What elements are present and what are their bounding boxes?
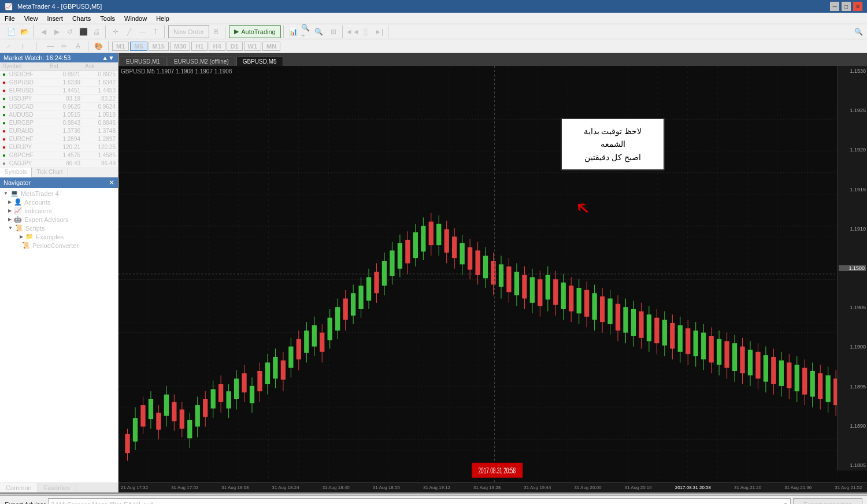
new-chart-icon[interactable]: 📄	[5, 25, 17, 38]
close-button[interactable]: ✕	[853, 2, 862, 11]
market-watch-row[interactable]: ● EURJPY 120.21 120.25	[0, 143, 118, 151]
hline-tool-icon[interactable]: │	[30, 40, 43, 53]
stop-icon[interactable]: ⬛	[77, 25, 90, 38]
refresh-icon[interactable]: ↺	[64, 25, 76, 38]
menu-file[interactable]: File	[0, 13, 20, 24]
draw-icon[interactable]: ✏	[58, 40, 71, 53]
text-tool-icon[interactable]: A	[72, 40, 84, 53]
svg-rect-149	[662, 320, 667, 345]
svg-rect-47	[265, 362, 270, 384]
bid-cell: 86.43	[47, 160, 83, 168]
ask-cell: 86.49	[83, 160, 118, 168]
tf-h1[interactable]: H1	[191, 42, 208, 51]
market-watch-row[interactable]: ● EURGBP 0.8843 0.8846	[0, 119, 118, 127]
svg-rect-27	[187, 420, 192, 438]
menu-help[interactable]: Help	[151, 13, 174, 24]
back-icon[interactable]: ◀	[37, 25, 50, 38]
market-watch-row[interactable]: ● CADJPY 86.43 86.49	[0, 160, 118, 168]
tf-m30[interactable]: M30	[170, 42, 190, 51]
svg-rect-117	[538, 279, 542, 306]
tab-symbols[interactable]: Symbols	[0, 168, 32, 177]
menu-tools[interactable]: Tools	[95, 13, 120, 24]
market-watch-row[interactable]: ● EURCHF 1.2894 1.2897	[0, 135, 118, 143]
svg-rect-99	[468, 247, 472, 270]
print-icon[interactable]: 🖨	[90, 25, 103, 38]
new-order-button[interactable]: New Order	[168, 25, 209, 38]
menu-view[interactable]: View	[20, 13, 43, 24]
line-tool-icon[interactable]: ⟋	[2, 40, 15, 53]
cursor-icon[interactable]: ↕	[16, 40, 29, 53]
file-tools: 📄 📂	[2, 25, 34, 38]
chart-tab-eurusd-m1[interactable]: EURUSD,M1	[120, 57, 166, 66]
menu-charts[interactable]: Charts	[68, 13, 95, 24]
nav-item-metatrader4[interactable]: ▼ 💻 MetaTrader 4	[1, 189, 117, 198]
market-watch-row[interactable]: ● GBPCHF 1.4575 1.4585	[0, 151, 118, 160]
vline-tool-icon[interactable]: —	[44, 40, 57, 53]
tf-m15[interactable]: M15	[149, 42, 169, 51]
nav-arrow-scripts: ▼	[8, 225, 13, 231]
tf-m1[interactable]: M1	[112, 42, 129, 51]
svg-rect-137	[616, 304, 620, 331]
tf-mn[interactable]: MN	[262, 42, 280, 51]
tf-h4[interactable]: H4	[209, 42, 225, 51]
tab-favorites[interactable]: Favorites	[38, 483, 76, 492]
search-icon[interactable]: 🔍	[852, 25, 865, 38]
nav-item-accounts[interactable]: ▶ 👤 Accounts	[6, 198, 117, 206]
svg-rect-123	[561, 283, 566, 309]
tf-m5[interactable]: M5	[130, 42, 147, 51]
crosshair-icon[interactable]: ✛	[109, 25, 122, 38]
buy-icon[interactable]: B	[210, 25, 223, 38]
fwd-icon[interactable]: ▶	[50, 25, 63, 38]
market-watch-row[interactable]: ● USDCAD 0.9620 0.9624	[0, 103, 118, 111]
scroll-right-icon[interactable]: ░	[360, 25, 372, 38]
bar-chart-icon[interactable]: 📊	[287, 25, 300, 38]
nav-arrow-indicators: ▶	[8, 208, 12, 213]
tab-common[interactable]: Common	[0, 483, 38, 492]
tf-d1[interactable]: D1	[227, 42, 243, 51]
autotrade-button[interactable]: ▶ AutoTrading	[229, 25, 281, 38]
zoom-in-icon[interactable]: 🔍+	[301, 25, 313, 38]
symbol-cell: ● EURGBP	[0, 119, 47, 127]
nav-item-examples[interactable]: ▶ 📁 Examples	[17, 232, 117, 241]
menu-window[interactable]: Window	[120, 13, 151, 24]
nav-label-mt4: MetaTrader 4	[21, 190, 59, 197]
color-icon[interactable]: 🎨	[92, 40, 105, 53]
market-watch-row[interactable]: ● EURAUD 1.3736 1.3748	[0, 127, 118, 135]
title-bar-controls[interactable]: ─ □ ✕	[830, 2, 862, 11]
svg-rect-195	[841, 381, 846, 407]
market-watch-row[interactable]: ● USDJPY 83.19 83.22	[0, 95, 118, 103]
navigator-close-button[interactable]: ✕	[109, 179, 114, 187]
market-watch-row[interactable]: ● EURUSD 1.4451 1.4453	[0, 87, 118, 95]
nav-item-expert-advisors[interactable]: ▶ 🤖 Expert Advisors	[6, 215, 117, 224]
zoom-fit-icon[interactable]: ⊞	[327, 25, 340, 38]
nav-item-period-converter[interactable]: 📜 PeriodConverter	[17, 241, 117, 250]
nav-group-accounts: ▶ 👤 Accounts ▶ 📈 Indicators ▶ 🤖 Expert A…	[6, 198, 117, 250]
open-icon[interactable]: 📂	[18, 25, 31, 38]
tf-w1[interactable]: W1	[244, 42, 262, 51]
chart-tab-eurusd-m2[interactable]: EURUSD,M2 (offline)	[168, 57, 235, 66]
nav-item-scripts[interactable]: ▼ 📜 Scripts	[6, 224, 117, 232]
market-watch-row[interactable]: ● GBPUSD 1.6339 1.6342	[0, 79, 118, 87]
zoom-out-icon[interactable]: 🔍-	[314, 25, 327, 38]
bid-cell: 1.4575	[47, 151, 83, 160]
navigator: Navigator ✕ ▼ 💻 MetaTrader 4 ▶ 👤 Account…	[0, 177, 118, 492]
restore-button[interactable]: □	[842, 2, 851, 11]
scroll-left-icon[interactable]: ◄◄	[346, 25, 359, 38]
ea-dropdown[interactable]: 2 MA Crosses Mega filter EA V1.ex4 ▼	[48, 498, 791, 504]
hline-icon[interactable]: —	[136, 25, 149, 38]
text-icon[interactable]: T	[149, 25, 162, 38]
expert-properties-button[interactable]: Expert properties	[793, 498, 862, 504]
tab-tick-chart[interactable]: Tick Chart	[32, 168, 68, 177]
nav-item-indicators[interactable]: ▶ 📈 Indicators	[6, 206, 117, 215]
scroll-end-icon[interactable]: ►|	[373, 25, 386, 38]
symbol-name: USDCHF	[9, 71, 34, 77]
svg-rect-11	[125, 434, 129, 453]
ask-cell: 1.4453	[83, 87, 118, 95]
symbol-cell: ● AUDUSD	[0, 111, 47, 119]
market-watch-row[interactable]: ● AUDUSD 1.0515 1.0518	[0, 111, 118, 119]
menu-insert[interactable]: Insert	[42, 13, 68, 24]
chart-tab-gbpusd-m5[interactable]: GBPUSD,M5	[236, 57, 283, 66]
market-watch-row[interactable]: ● USDCHF 0.8921 0.8925	[0, 71, 118, 79]
line-icon[interactable]: ╱	[123, 25, 135, 38]
minimize-button[interactable]: ─	[830, 2, 839, 11]
